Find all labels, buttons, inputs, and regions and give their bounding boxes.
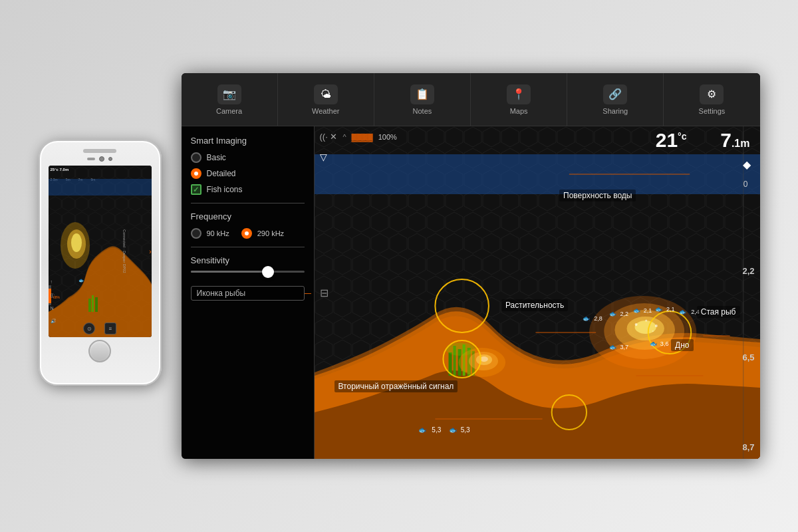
weather-icon: 🌤 [314,84,338,104]
settings-label: Settings [699,107,726,115]
freq-90-radio[interactable] [191,228,201,239]
phone-sensor2 [108,157,112,161]
phone-speaker [83,149,116,153]
freq-290-label: 290 kHz [257,229,284,237]
depth-value: 7 [720,129,732,151]
nav-weather[interactable]: 🌤 Weather [278,73,374,126]
phone-home-button[interactable] [88,340,111,362]
sonar-svg: 🐟 5,3 🐟 5,3 🐟 2,8 🐟 2,2 🐟 2,1 🐟 2,1 🐟 2,… [315,126,760,459]
freq-90-label: 90 kHz [207,229,229,237]
sonar-status-bar: ((· ✕ ^ ▓▓▓▓ 100% [320,132,397,142]
svg-rect-6 [95,297,98,312]
depth-display: 7.1m [720,130,749,150]
freq-90-option[interactable]: 90 kHz [191,228,229,239]
imaging-title: Smart Imaging [191,136,305,146]
svg-text:🐟: 🐟 [448,426,457,434]
sensitivity-slider-thumb[interactable] [262,266,274,278]
sensitivity-slider-container [191,271,305,273]
detailed-radio[interactable] [191,168,201,179]
svg-text:🐟: 🐟 [654,305,662,313]
svg-text:2,2: 2,2 [620,311,628,317]
transducer-icon: ▽ [320,152,327,162]
phone-screen-btn1[interactable]: ⊙ [83,323,95,334]
sensitivity-slider-track[interactable] [191,271,305,273]
svg-text:2,8: 2,8 [594,315,602,322]
phone-body: 25°c 7.0m 2.3m 5m 7m 9m [39,140,162,386]
svg-point-25 [645,320,647,322]
basic-option[interactable]: Basic [191,152,305,163]
maps-label: Maps [510,107,528,115]
sharing-icon: 🔗 [603,84,627,104]
vegetation-annotation: Растительность [501,299,568,311]
svg-point-24 [634,323,637,326]
phone-screen-btn2[interactable]: ≡ [104,323,116,334]
vegetation-label: Растительность [501,299,568,311]
fish-icons-option[interactable]: Fish icons [191,184,305,195]
phone-camera [99,156,104,162]
svg-text:🐟: 🐟 [583,315,591,323]
basic-label: Basic [207,153,226,162]
svg-point-3 [71,233,82,252]
phone-vol-icon: 🔊 [51,319,57,324]
svg-point-27 [652,331,653,332]
phone-sensor [87,158,95,160]
fish-icons-label: Fish icons [207,185,243,194]
nav-settings[interactable]: ⚙ Settings [664,73,759,126]
freq-290-radio[interactable] [241,228,252,239]
detailed-label: Detailed [207,169,236,178]
nav-camera[interactable]: 📷 Camera [182,73,278,126]
depth-marker-65: 6,5 [742,352,754,362]
basic-radio[interactable] [191,152,201,163]
depth-zero-marker: 0 [743,180,748,189]
water-surface-label: Поверхность воды [559,190,636,201]
camera-label: Camera [216,107,242,115]
phone-camera-row [87,156,112,162]
svg-text:🐟: 🐟 [609,343,617,351]
svg-text:🐟: 🐟 [609,310,617,318]
phone-wifi-icon: ((· [51,293,55,297]
notes-icon: 📋 [410,84,434,104]
maps-icon: 📍 [507,84,531,104]
battery-percentage: 100% [378,133,397,141]
phone-bottom [88,340,111,362]
nav-maps[interactable]: 📍 Maps [471,73,567,126]
top-navigation: 📷 Camera 🌤 Weather 📋 Notes 📍 Maps 🔗 Shar… [182,73,760,126]
phone-connected-label: Connected : Deeper DP02 [122,229,126,273]
phone-arrow-icon[interactable]: › [149,248,151,255]
tablet-device: 📷 Camera 🌤 Weather 📋 Notes 📍 Maps 🔗 Shar… [182,73,760,459]
svg-text:🐟: 🐟 [632,307,640,315]
fish-icon-annotation: Иконка рыбы [191,286,305,301]
freq-290-option[interactable]: 290 kHz [241,228,284,239]
notes-label: Notes [413,107,432,115]
water-surface-annotation: Поверхность воды [559,190,636,201]
divider-1 [191,203,305,203]
nav-sharing[interactable]: 🔗 Sharing [567,73,664,126]
divider-2 [191,247,305,247]
phone-device: 25°c 7.0m 2.3m 5m 7m 9m [39,140,162,392]
sensitivity-title: Sensitivity [191,255,305,265]
fish-school-label: Стая рыб [697,306,740,318]
svg-rect-5 [92,295,94,312]
weather-label: Weather [312,107,339,115]
bottom-label: Дно [671,339,693,351]
svg-text:2,1: 2,1 [643,307,652,314]
svg-text:3,7: 3,7 [620,344,628,350]
frequency-row: 90 kHz 290 kHz [191,228,305,239]
svg-point-26 [654,325,657,327]
temperature-value: 21 [656,129,678,151]
svg-text:🐟: 🐟 [679,308,687,316]
depth-decimal: .1m [732,138,750,149]
phone-n-icon: N [51,306,54,311]
nav-notes[interactable]: 📋 Notes [374,73,471,126]
frequency-title: Frequency [191,211,305,221]
svg-text:🐟: 🐟 [78,277,84,283]
detailed-option[interactable]: Detailed [191,168,305,179]
camera-icon: 📷 [217,84,241,104]
sharing-label: Sharing [602,107,628,115]
adjust-equalizer-icon[interactable]: ⊟ [320,287,329,299]
fish-school-annotation: Стая рыб [697,306,740,318]
annotation-connector [305,293,311,294]
fish-icons-checkbox[interactable] [191,184,201,195]
depth-marker-22: 2,2 [742,266,754,276]
settings-panel: Smart Imaging Basic Detailed Fish icons … [182,126,315,459]
